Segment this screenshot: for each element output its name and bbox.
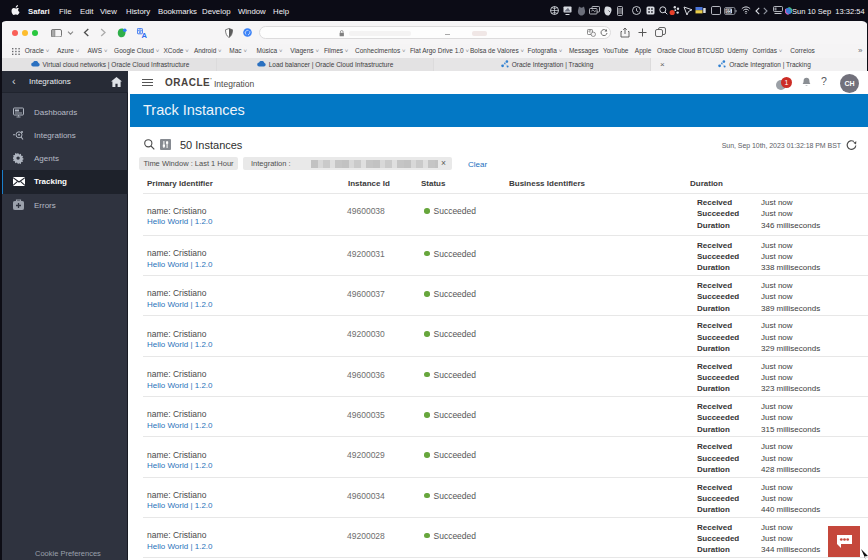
svg-text:A: A	[141, 30, 146, 37]
svg-text:65: 65	[726, 9, 732, 14]
